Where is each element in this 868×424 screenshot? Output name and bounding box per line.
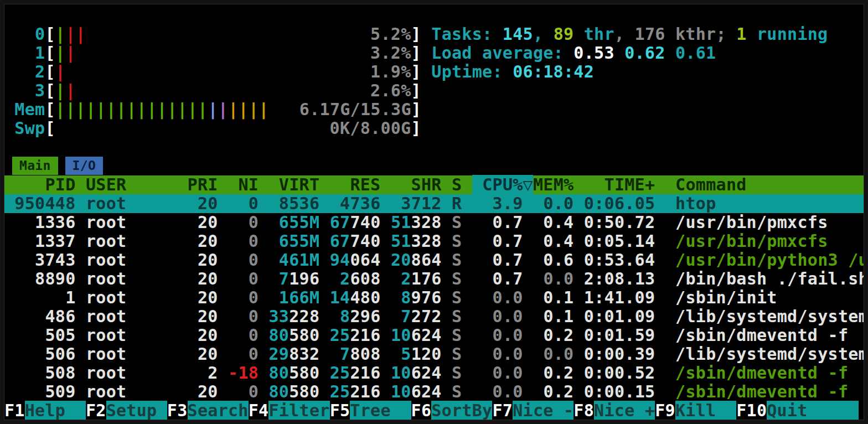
meter-label: Swp	[4, 118, 45, 138]
memory-meter: Mem[||||||||||||||||||||| 6.17G/15.3G]	[4, 100, 421, 119]
column-header-shr[interactable]: SHR	[391, 175, 442, 194]
text-segment	[259, 325, 268, 345]
fkey-f7-key[interactable]: F7	[492, 401, 513, 420]
column-header-res[interactable]: RES	[330, 175, 381, 194]
column-header-user[interactable]: USER	[86, 175, 177, 194]
column-header-pri[interactable]: PRI	[188, 175, 218, 194]
process-row[interactable]: 506 root 20 0 29832 7808 5120 S 0.0 0.0 …	[4, 345, 864, 364]
ni-cell: 0	[228, 213, 259, 232]
virt-value: 166M	[268, 288, 319, 307]
pri-cell: 2	[188, 363, 218, 382]
column-header-command[interactable]: Command	[675, 175, 747, 194]
res-mb-digits: 4	[330, 194, 350, 213]
ni-cell: -18	[228, 363, 259, 382]
pri-cell: 20	[188, 325, 218, 345]
text-segment	[218, 382, 228, 401]
process-row[interactable]: 950448 root 20 0 8536 4736 3712 R 3.9 0.…	[4, 194, 864, 213]
process-row[interactable]: 509 root 20 0 80580 25216 10624 S 0.0 0.…	[4, 382, 848, 401]
text-segment	[218, 175, 228, 194]
column-header-virt[interactable]: VIRT	[268, 175, 319, 194]
ni-cell: 0	[228, 231, 259, 251]
fkey-f1-label[interactable]: Help	[25, 401, 86, 420]
shr-kb-digits: 328	[411, 231, 442, 251]
fkey-f3-label[interactable]: Search	[188, 401, 249, 420]
command-cell: /sbin/dmeventd -f	[675, 325, 848, 345]
text-segment	[655, 250, 675, 270]
column-header-cpu-sorted[interactable]: CPU%	[472, 175, 523, 194]
text-segment	[381, 250, 391, 270]
process-row[interactable]: 8890 root 20 0 7196 2608 2176 S 0.7 0.0 …	[4, 270, 864, 288]
mem-cell: 0.6	[523, 250, 574, 270]
fkey-f5-key[interactable]: F5	[330, 401, 350, 420]
fkey-f6-key[interactable]: F6	[411, 401, 432, 420]
res-mb-digits: 25	[330, 382, 350, 401]
res-mb-digits: 25	[330, 325, 350, 345]
text-segment	[319, 194, 329, 213]
state-cell: S	[452, 307, 462, 326]
process-row[interactable]: 1337 root 20 0 655M 67740 51328 S 0.7 0.…	[4, 232, 828, 251]
user-cell: root	[86, 213, 177, 232]
meter-label: Mem	[4, 100, 45, 119]
text-segment	[218, 269, 228, 288]
fkey-f10-label[interactable]: Quit	[767, 401, 858, 420]
virt-kb-digits: 228	[289, 307, 319, 326]
time-cell: 0:01.59	[574, 325, 655, 345]
text-segment	[76, 344, 86, 364]
meter-close-bracket: ]	[411, 100, 421, 119]
fkey-f9-key[interactable]: F9	[655, 401, 675, 420]
fkey-f3-key[interactable]: F3	[167, 401, 188, 420]
text-segment	[55, 118, 330, 138]
fkey-f5-label[interactable]: Tree	[350, 401, 411, 420]
table-header[interactable]: PID USER PRI NI VIRT RES SHR S CPU%▽MEM%…	[4, 175, 864, 194]
res-kb-digits: 296	[350, 307, 380, 326]
text-segment	[381, 382, 391, 401]
text-segment	[442, 269, 452, 288]
pid-cell: 1337	[4, 231, 76, 251]
process-row[interactable]: 486 root 20 0 33228 8296 7272 S 0.0 0.1 …	[4, 307, 864, 326]
fkey-f10-key[interactable]: F10	[736, 401, 767, 420]
cpu-meter-1: 1[|| 3.2%] Load average: 0.53 0.62 0.61	[4, 44, 716, 63]
column-header-time[interactable]: TIME+	[574, 175, 655, 194]
fkey-f4-label[interactable]: Filter	[268, 401, 329, 420]
fkey-f8-label[interactable]: Nice +	[594, 401, 655, 420]
column-header-state[interactable]: S	[452, 175, 462, 194]
fkey-f7-label[interactable]: Nice -	[513, 401, 574, 420]
command-cell: /usr/bin/python3 /u	[675, 250, 864, 270]
res-kb-digits: 736	[350, 194, 380, 213]
fkey-f8-key[interactable]: F8	[574, 401, 594, 420]
text-segment	[218, 325, 228, 345]
res-mb-digits: 7	[330, 344, 350, 364]
text-segment	[259, 213, 268, 232]
meter-bar: |	[177, 100, 187, 119]
pid-cell: 486	[4, 307, 76, 326]
res-kb-digits: 740	[350, 213, 380, 232]
uptime-part: Uptime:	[431, 62, 513, 81]
meter-open-bracket: [	[45, 62, 55, 81]
pri-cell: 20	[188, 307, 218, 326]
process-row[interactable]: 1336 root 20 0 655M 67740 51328 S 0.7 0.…	[4, 213, 828, 232]
process-row[interactable]: 508 root 2 -18 80580 25216 10624 S 0.0 0…	[4, 364, 848, 382]
column-header-mem[interactable]: MEM%	[533, 175, 574, 194]
fkey-f9-label[interactable]: Kill	[675, 401, 736, 420]
column-header-ni[interactable]: NI	[228, 175, 259, 194]
fkey-f2-key[interactable]: F2	[86, 401, 106, 420]
text-segment	[381, 269, 391, 288]
tasks-summary-part: thr	[574, 24, 614, 44]
fkey-f1-key[interactable]: F1	[4, 401, 25, 420]
pid-cell: 508	[4, 363, 76, 382]
process-row[interactable]: 3743 root 20 0 461M 94064 20864 S 0.7 0.…	[4, 251, 864, 270]
fkey-f4-key[interactable]: F4	[249, 401, 269, 420]
shr-kb-digits: 120	[411, 344, 442, 364]
process-row[interactable]: 1 root 20 0 166M 14480 8976 S 0.0 0.1 1:…	[4, 288, 777, 307]
tab-io[interactable]: I/O	[65, 157, 103, 175]
tab-main[interactable]: Main	[12, 157, 58, 175]
column-header-pid[interactable]: PID	[4, 175, 76, 194]
virt-mb-digits: 80	[268, 363, 289, 382]
user-cell: root	[86, 269, 177, 288]
text-segment	[319, 382, 329, 401]
fkey-f6-label[interactable]: SortBy	[431, 401, 492, 420]
fkey-f2-label[interactable]: Setup	[106, 401, 167, 420]
text-segment	[655, 175, 675, 194]
res-kb-digits: 216	[350, 382, 380, 401]
process-row[interactable]: 505 root 20 0 80580 25216 10624 S 0.0 0.…	[4, 326, 848, 345]
